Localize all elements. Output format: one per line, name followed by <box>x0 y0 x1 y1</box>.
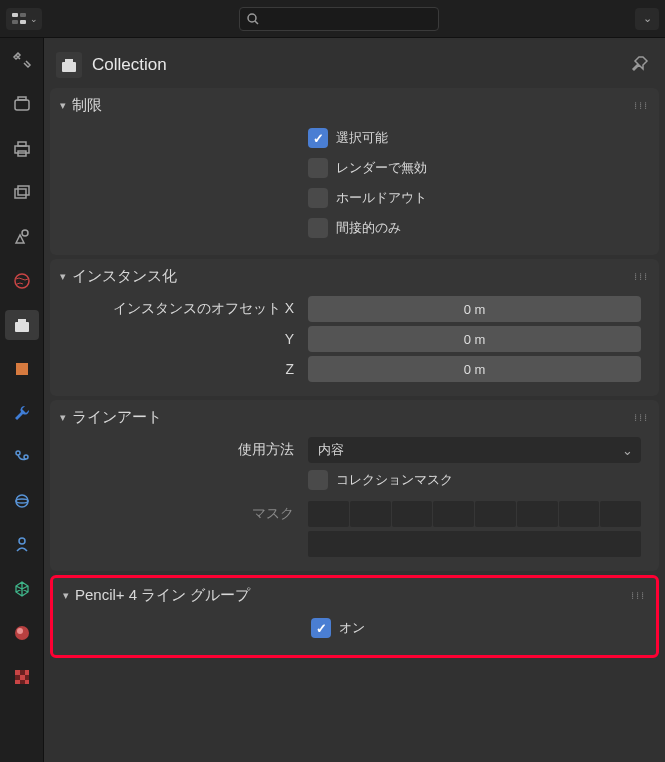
wrench-screwdriver-icon <box>12 51 32 71</box>
panel-title: Pencil+ 4 ライン グループ <box>75 586 250 605</box>
svg-rect-34 <box>62 62 76 72</box>
mask-bit-grid <box>308 501 641 527</box>
svg-rect-15 <box>15 322 29 332</box>
svg-rect-33 <box>25 680 29 684</box>
svg-point-13 <box>22 230 28 236</box>
svg-rect-29 <box>20 675 25 680</box>
mask-bit[interactable] <box>350 501 391 527</box>
options-dropdown[interactable]: ⌄ <box>635 8 659 30</box>
svg-rect-30 <box>25 675 29 680</box>
collection-title: Collection <box>92 55 619 75</box>
world-icon <box>12 271 32 291</box>
search-icon <box>246 12 260 26</box>
mask-bit[interactable] <box>308 531 641 557</box>
tab-object[interactable] <box>5 354 39 384</box>
panel-header-pencil[interactable]: ▾ Pencil+ 4 ライン グループ ⁞⁞⁞ <box>53 578 656 611</box>
chevron-down-icon: ▾ <box>60 99 66 112</box>
tab-data[interactable] <box>5 574 39 604</box>
svg-rect-17 <box>16 363 28 375</box>
label-holdout: ホールドアウト <box>336 189 427 207</box>
panel-instancing: ▾ インスタンス化 ⁞⁞⁞ インスタンスのオフセット X 0 m Y 0 m Z… <box>50 259 659 396</box>
drag-handle-icon[interactable]: ⁞⁞⁞ <box>634 100 649 111</box>
chevron-down-icon: ▾ <box>60 270 66 283</box>
tab-world[interactable] <box>5 266 39 296</box>
chevron-down-icon: ▾ <box>63 589 69 602</box>
properties-editor-icon <box>10 10 28 28</box>
label-instance-offset-z: Z <box>64 361 308 377</box>
tab-viewlayer[interactable] <box>5 178 39 208</box>
tab-particles[interactable] <box>5 442 39 472</box>
input-offset-z[interactable]: 0 m <box>308 356 641 382</box>
tab-collection[interactable] <box>5 310 39 340</box>
images-icon <box>12 183 32 203</box>
svg-rect-2 <box>12 20 18 24</box>
input-offset-x[interactable]: 0 m <box>308 296 641 322</box>
panel-title: インスタンス化 <box>72 267 177 286</box>
drag-handle-icon[interactable]: ⁞⁞⁞ <box>631 590 646 601</box>
box-icon <box>60 56 78 74</box>
svg-rect-0 <box>12 13 18 17</box>
svg-point-22 <box>19 538 25 544</box>
mask-bit[interactable] <box>600 501 641 527</box>
input-offset-y[interactable]: 0 m <box>308 326 641 352</box>
mask-bit-grid-2 <box>308 531 641 557</box>
tab-constraints[interactable] <box>5 530 39 560</box>
panel-header-lineart[interactable]: ▾ ラインアート ⁞⁞⁞ <box>50 400 659 433</box>
label-instance-offset-x: インスタンスのオフセット X <box>64 300 308 318</box>
panel-lineart: ▾ ラインアート ⁞⁞⁞ 使用方法 内容 コレクションマスク マスク <box>50 400 659 571</box>
svg-rect-25 <box>15 670 20 675</box>
mask-bit[interactable] <box>433 501 474 527</box>
mesh-data-icon <box>12 579 32 599</box>
editor-type-switch[interactable]: ⌄ <box>6 8 42 30</box>
checkbox-selectable[interactable] <box>308 128 328 148</box>
tab-material[interactable] <box>5 618 39 648</box>
texture-icon <box>12 667 32 687</box>
panel-title: ラインアート <box>72 408 162 427</box>
checkbox-render-disabled[interactable] <box>308 158 328 178</box>
svg-rect-9 <box>18 142 26 146</box>
panel-header-restriction[interactable]: ▾ 制限 ⁞⁞⁞ <box>50 88 659 121</box>
mask-bit[interactable] <box>559 501 600 527</box>
svg-rect-8 <box>15 146 29 153</box>
svg-rect-35 <box>65 59 73 62</box>
select-usage[interactable]: 内容 <box>308 437 641 463</box>
svg-rect-1 <box>20 13 26 17</box>
svg-point-21 <box>16 499 28 503</box>
tab-render[interactable] <box>5 90 39 120</box>
svg-rect-12 <box>18 186 29 195</box>
drag-handle-icon[interactable]: ⁞⁞⁞ <box>634 412 649 423</box>
label-instance-offset-y: Y <box>64 331 308 347</box>
mask-bit[interactable] <box>517 501 558 527</box>
label-collection-mask: コレクションマスク <box>336 471 453 489</box>
checkbox-indirect-only[interactable] <box>308 218 328 238</box>
tab-tool[interactable] <box>5 46 39 76</box>
mask-bit[interactable] <box>475 501 516 527</box>
tab-scene[interactable] <box>5 222 39 252</box>
drag-handle-icon[interactable]: ⁞⁞⁞ <box>634 271 649 282</box>
panel-pencil-line-group: ▾ Pencil+ 4 ライン グループ ⁞⁞⁞ オン <box>50 575 659 658</box>
search-input[interactable] <box>239 7 439 31</box>
checkbox-on[interactable] <box>311 618 331 638</box>
checkbox-collection-mask[interactable] <box>308 470 328 490</box>
wrench-icon <box>12 403 32 423</box>
mask-bit[interactable] <box>308 501 349 527</box>
panel-title: 制限 <box>72 96 102 115</box>
checkbox-holdout[interactable] <box>308 188 328 208</box>
svg-line-5 <box>255 21 258 24</box>
panel-header-instancing[interactable]: ▾ インスタンス化 ⁞⁞⁞ <box>50 259 659 292</box>
label-usage: 使用方法 <box>64 441 308 459</box>
material-icon <box>12 623 32 643</box>
tab-output[interactable] <box>5 134 39 164</box>
collection-datablock-icon[interactable] <box>56 52 82 78</box>
tab-texture[interactable] <box>5 662 39 692</box>
mask-bit[interactable] <box>392 501 433 527</box>
properties-tabs <box>0 38 44 762</box>
svg-rect-27 <box>25 670 29 675</box>
tab-modifiers[interactable] <box>5 398 39 428</box>
svg-rect-31 <box>15 680 20 684</box>
svg-rect-16 <box>18 319 26 322</box>
label-mask: マスク <box>64 505 308 523</box>
svg-point-18 <box>16 451 20 455</box>
pin-icon[interactable] <box>629 53 653 77</box>
tab-physics[interactable] <box>5 486 39 516</box>
